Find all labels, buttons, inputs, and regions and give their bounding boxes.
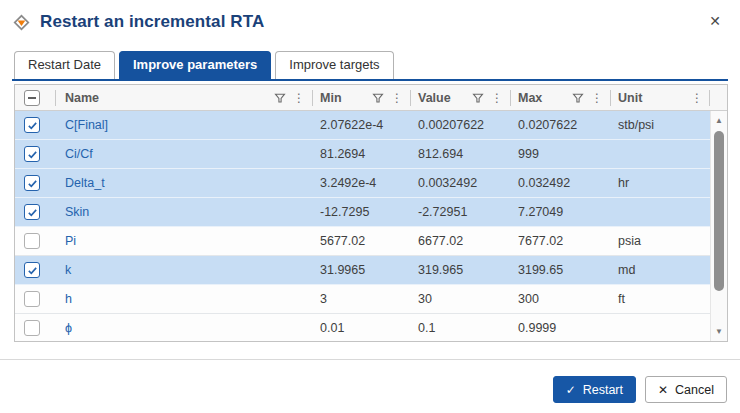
tab-improve-parameters[interactable]: Improve parameters	[119, 51, 271, 79]
table-row[interactable]: Pi5677.026677.027677.02psia	[15, 227, 710, 256]
param-unit: stb/psi	[610, 111, 710, 139]
param-name: Pi	[55, 227, 312, 255]
dialog-title: Restart an incremental RTA	[40, 12, 264, 32]
param-unit: md	[610, 256, 710, 284]
restart-rta-dialog: Restart an incremental RTA ✕ Restart Dat…	[0, 0, 740, 413]
param-unit: hr	[610, 169, 710, 197]
row-checkbox-cell	[15, 256, 55, 284]
param-name: C[Final]	[55, 111, 312, 139]
row-checkbox[interactable]	[24, 320, 40, 336]
cancel-button-label: Cancel	[675, 383, 714, 397]
column-menu-icon[interactable]: ⋮	[691, 92, 703, 104]
column-label: Min	[320, 91, 342, 105]
param-max: 0.0207622	[510, 111, 610, 139]
column-label: Max	[518, 91, 542, 105]
column-menu-icon[interactable]: ⋮	[491, 92, 503, 104]
column-label: Name	[65, 91, 99, 105]
row-checkbox[interactable]	[24, 117, 40, 133]
table-row[interactable]: Delta_t3.2492e-40.00324920.032492hr	[15, 169, 710, 198]
indeterminate-dash	[28, 97, 36, 99]
restart-button[interactable]: ✓ Restart	[553, 376, 636, 403]
row-checkbox-cell	[15, 169, 55, 197]
param-value: 812.694	[410, 140, 510, 168]
column-header-name[interactable]: Name ⋮	[55, 85, 312, 110]
row-checkbox-cell	[15, 198, 55, 226]
table-row[interactable]: k31.9965319.9653199.65md	[15, 256, 710, 285]
filter-icon[interactable]	[372, 92, 384, 104]
param-name: h	[55, 285, 312, 313]
row-checkbox-cell	[15, 111, 55, 139]
param-unit	[610, 198, 710, 226]
row-checkbox[interactable]	[24, 262, 40, 278]
param-min: 5677.02	[312, 227, 410, 255]
rta-diamond-icon	[12, 13, 31, 32]
param-name: Delta_t	[55, 169, 312, 197]
param-max: 0.032492	[510, 169, 610, 197]
header-checkbox-cell	[15, 85, 55, 110]
param-min: 81.2694	[312, 140, 410, 168]
column-header-min[interactable]: Min ⋮	[312, 85, 410, 110]
tab-bar: Restart Date Improve parameters Improve …	[14, 51, 394, 79]
param-value: 30	[410, 285, 510, 313]
table-row[interactable]: C[Final]2.07622e-40.002076220.0207622stb…	[15, 111, 710, 140]
row-checkbox-cell	[15, 227, 55, 255]
param-max: 999	[510, 140, 610, 168]
param-max: 7.27049	[510, 198, 610, 226]
param-min: 0.01	[312, 314, 410, 341]
scroll-thumb[interactable]	[714, 131, 724, 291]
cancel-button[interactable]: ✕ Cancel	[645, 376, 727, 403]
param-max: 3199.65	[510, 256, 610, 284]
column-menu-icon[interactable]: ⋮	[591, 92, 603, 104]
filter-icon[interactable]	[472, 92, 484, 104]
row-checkbox[interactable]	[24, 204, 40, 220]
x-icon: ✕	[658, 384, 668, 396]
param-min: 3.2492e-4	[312, 169, 410, 197]
tab-restart-date[interactable]: Restart Date	[14, 51, 115, 79]
param-max: 0.9999	[510, 314, 610, 341]
table-row[interactable]: Skin-12.7295-2.729517.27049	[15, 198, 710, 227]
row-checkbox-cell	[15, 285, 55, 313]
tab-improve-targets[interactable]: Improve targets	[275, 51, 393, 79]
param-unit	[610, 314, 710, 341]
param-value: 0.0032492	[410, 169, 510, 197]
param-max: 300	[510, 285, 610, 313]
vertical-scrollbar[interactable]: ▲ ▼	[710, 111, 727, 341]
param-min: 2.07622e-4	[312, 111, 410, 139]
param-unit: ft	[610, 285, 710, 313]
tab-underline	[12, 79, 728, 81]
param-value: 319.965	[410, 256, 510, 284]
grid-body: C[Final]2.07622e-40.002076220.0207622stb…	[15, 111, 710, 341]
row-checkbox-cell	[15, 314, 55, 341]
grid-header-row: Name ⋮ Min ⋮ Value	[15, 85, 727, 111]
column-menu-icon[interactable]: ⋮	[293, 92, 305, 104]
table-row[interactable]: ϕ0.010.10.9999	[15, 314, 710, 341]
param-min: -12.7295	[312, 198, 410, 226]
scroll-down-icon[interactable]: ▼	[711, 324, 727, 339]
table-row[interactable]: Ci/Cf81.2694812.694999	[15, 140, 710, 169]
parameters-grid: Name ⋮ Min ⋮ Value	[14, 84, 728, 342]
filter-icon[interactable]	[572, 92, 584, 104]
close-icon[interactable]: ✕	[705, 11, 725, 31]
column-header-value[interactable]: Value ⋮	[410, 85, 510, 110]
row-checkbox[interactable]	[24, 291, 40, 307]
filter-icon[interactable]	[274, 92, 286, 104]
restart-button-label: Restart	[583, 383, 623, 397]
table-row[interactable]: h330300ft	[15, 285, 710, 314]
select-all-checkbox[interactable]	[24, 90, 40, 106]
param-unit: psia	[610, 227, 710, 255]
row-checkbox[interactable]	[24, 233, 40, 249]
param-name: k	[55, 256, 312, 284]
footer-divider	[0, 359, 740, 360]
column-header-max[interactable]: Max ⋮	[510, 85, 610, 110]
column-label: Value	[418, 91, 451, 105]
row-checkbox[interactable]	[24, 146, 40, 162]
param-value: -2.72951	[410, 198, 510, 226]
row-checkbox[interactable]	[24, 175, 40, 191]
param-max: 7677.02	[510, 227, 610, 255]
column-menu-icon[interactable]: ⋮	[391, 92, 403, 104]
param-value: 0.1	[410, 314, 510, 341]
scroll-up-icon[interactable]: ▲	[711, 113, 727, 128]
column-header-unit[interactable]: Unit ⋮	[610, 85, 710, 110]
column-label: Unit	[618, 91, 642, 105]
param-unit	[610, 140, 710, 168]
